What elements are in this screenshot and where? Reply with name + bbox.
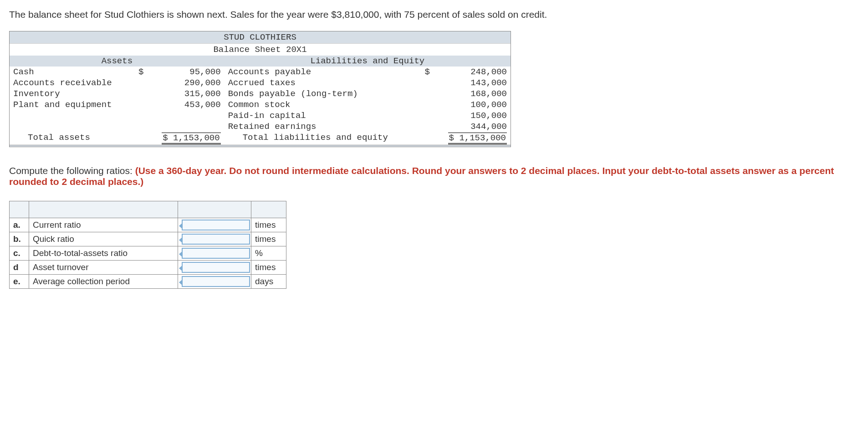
asset-val: 290,000 [148, 77, 225, 88]
liab-val: 168,000 [434, 88, 511, 99]
bs-subtitle: Balance Sheet 20X1 [10, 44, 511, 56]
asset-cur: $ [133, 67, 148, 77]
asset-label: Plant and equipment [10, 99, 133, 110]
hdr-blank [29, 201, 178, 218]
answer-name: Asset turnover [29, 261, 178, 275]
instructions: Compute the following ratios: (Use a 360… [9, 165, 859, 187]
answer-unit: times [251, 261, 286, 275]
asset-val: 315,000 [148, 88, 225, 99]
balance-sheet: STUD CLOTHIERS Balance Sheet 20X1 Assets… [9, 31, 511, 147]
liab-label: Retained earnings [225, 121, 419, 132]
answer-letter: d [10, 261, 29, 275]
answer-name: Debt-to-total-assets ratio [29, 246, 178, 261]
asset-label: Cash [10, 67, 133, 77]
liab-label: Bonds payable (long-term) [225, 88, 419, 99]
liab-cur [419, 99, 434, 110]
answer-name: Average collection period [29, 275, 178, 289]
liab-cur [419, 121, 434, 132]
liab-val: 150,000 [434, 110, 511, 121]
liab-label: Common stock [225, 99, 419, 110]
total-assets-val: $ 1,153,000 [162, 133, 220, 144]
answer-input-collection-period[interactable] [182, 276, 250, 287]
liabilities-header: Liabilities and Equity [225, 56, 511, 67]
asset-label: Inventory [10, 88, 133, 99]
answer-unit: days [251, 275, 286, 289]
answer-row: d Asset turnover times [10, 261, 286, 275]
answer-letter: c. [10, 246, 29, 261]
bs-company: STUD CLOTHIERS [10, 31, 511, 44]
answer-name: Quick ratio [29, 232, 178, 246]
liab-cur: $ [419, 67, 434, 77]
answer-input-current-ratio[interactable] [182, 220, 250, 230]
answer-letter: b. [10, 232, 29, 246]
asset-label: Accounts receivable [10, 77, 133, 88]
asset-val: 453,000 [148, 99, 225, 110]
answer-input-quick-ratio[interactable] [182, 234, 250, 245]
total-liab-val: $ 1,153,000 [448, 133, 507, 144]
intro-text: The balance sheet for Stud Clothiers is … [9, 9, 859, 20]
liab-label: Accounts payable [225, 67, 419, 77]
total-liab-label: Total liabilities and equity [225, 132, 419, 145]
liab-val: 100,000 [434, 99, 511, 110]
liab-val: 248,000 [434, 67, 511, 77]
answer-unit: times [251, 232, 286, 246]
asset-cur [133, 88, 148, 99]
bs-table: Assets Liabilities and Equity Cash $ 95,… [10, 56, 511, 145]
instr-lead: Compute the following ratios: [9, 165, 135, 176]
asset-cur [133, 99, 148, 110]
answer-unit: times [251, 218, 286, 232]
liab-val: 143,000 [434, 77, 511, 88]
assets-header: Assets [10, 56, 225, 67]
answer-unit: % [251, 246, 286, 261]
answer-row: c. Debt-to-total-assets ratio % [10, 246, 286, 261]
answer-row: a. Current ratio times [10, 218, 286, 232]
asset-cur [133, 77, 148, 88]
answer-row: b. Quick ratio times [10, 232, 286, 246]
answer-input-asset-turnover[interactable] [182, 262, 250, 273]
hdr-blank [178, 201, 251, 218]
answer-input-debt-ratio[interactable] [182, 248, 250, 259]
liab-val: 344,000 [434, 121, 511, 132]
answer-row: e. Average collection period days [10, 275, 286, 289]
answer-table: a. Current ratio times b. Quick ratio ti… [9, 201, 286, 289]
liab-cur [419, 110, 434, 121]
hdr-blank [251, 201, 286, 218]
answer-letter: e. [10, 275, 29, 289]
answer-name: Current ratio [29, 218, 178, 232]
liab-cur [419, 77, 434, 88]
total-assets-label: Total assets [10, 132, 133, 145]
hdr-blank [10, 201, 29, 218]
answer-letter: a. [10, 218, 29, 232]
liab-label: Accrued taxes [225, 77, 419, 88]
asset-val: 95,000 [148, 67, 225, 77]
liab-label: Paid-in capital [225, 110, 419, 121]
liab-cur [419, 88, 434, 99]
